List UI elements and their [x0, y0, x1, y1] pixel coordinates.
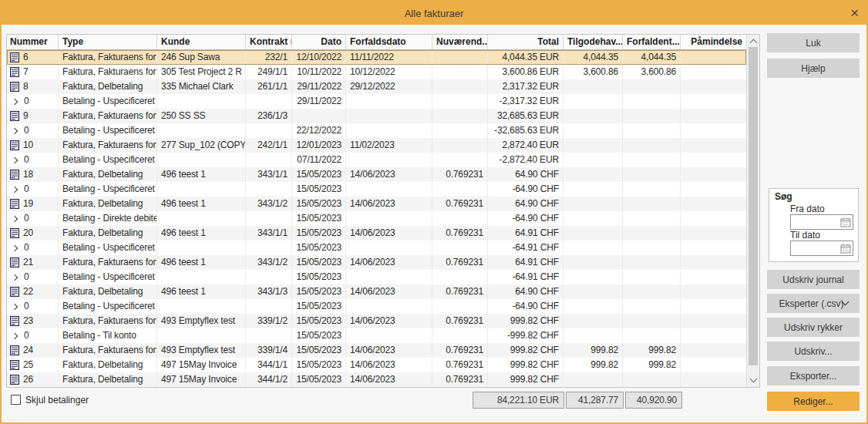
titlebar[interactable]: Alle fakturaer × [2, 2, 866, 25]
table-row[interactable]: 8Faktura, Delbetaling335 Michael Clark26… [7, 79, 746, 94]
close-button[interactable]: Luk [767, 33, 860, 52]
column-header[interactable]: Påmindelse [681, 35, 746, 49]
table-row[interactable]: 20Faktura, Delbetaling496 teest 1343/1/1… [7, 226, 746, 241]
table-row[interactable]: 0Betaling - Uspecificeret15/05/2023-64.9… [7, 241, 746, 255]
cell-tilgodehav [564, 255, 623, 270]
expand-payment-icon[interactable] [12, 303, 18, 309]
table-row[interactable]: 0Betaling - Til konto15/05/2023-999.82 C… [7, 328, 746, 343]
cell-kunde [157, 241, 246, 255]
column-header[interactable]: Forfaldsdato [346, 35, 432, 49]
search-panel: Søg Fra dato Til dato [769, 188, 859, 262]
column-header[interactable]: Type [59, 35, 157, 49]
table-row[interactable]: 9Faktura, Fakturaens forfald250 SS SS236… [7, 109, 746, 123]
cell-forfaldent: 3,600.86 [623, 65, 681, 79]
cell-forfaldent [623, 284, 681, 299]
cell-type: Betaling - Uspecificeret [59, 123, 157, 138]
cell-nummer: 22 [7, 284, 59, 299]
table-row[interactable]: 10Faktura, Fakturaens forfald277 Sup_102… [7, 138, 746, 153]
scrollbar-thumb[interactable] [749, 47, 758, 365]
cell-forfaldent [623, 182, 681, 197]
calendar-icon[interactable] [840, 244, 851, 254]
column-header[interactable]: Nuværend... [432, 35, 488, 49]
export-button[interactable]: Eksporter... [767, 366, 860, 385]
expand-payment-icon[interactable] [12, 98, 18, 104]
table-row[interactable]: 0Betaling - Uspecificeret29/11/2022-2,31… [7, 94, 746, 109]
expand-payment-icon[interactable] [12, 244, 18, 251]
table-row[interactable]: 19Faktura, Delbetaling496 teest 1343/1/2… [7, 197, 746, 211]
cell-dato: 29/11/2022 [292, 94, 346, 109]
table-row[interactable]: 21Faktura, Fakturaens forfald496 teest 1… [7, 255, 746, 270]
cell-paamindelse [681, 65, 746, 79]
table-row[interactable]: 26Faktura, Delbetaling497 15May Invoice3… [7, 372, 746, 387]
cell-nuvaerende [432, 328, 488, 343]
table-row[interactable]: 25Faktura, Delbetaling497 15May Invoice3… [7, 358, 746, 372]
scroll-up-icon[interactable] [750, 39, 758, 47]
cell-kontrakt: 339/1/2 [246, 314, 292, 328]
calendar-icon[interactable] [840, 217, 851, 227]
scroll-down-icon[interactable] [750, 375, 758, 383]
cell-paamindelse [681, 270, 746, 284]
print-reminder-button[interactable]: Udskriv rykker [767, 318, 860, 337]
cell-tilgodehav [564, 138, 623, 153]
cell-dato: 15/05/2023 [292, 314, 346, 328]
table-row[interactable]: 0Betaling - Uspecificeret15/05/2023-64.9… [7, 270, 746, 284]
column-header[interactable]: Total [488, 35, 564, 49]
expand-payment-icon[interactable] [12, 186, 18, 192]
table-row[interactable]: 0Betaling - Uspecificeret15/05/2023-64.9… [7, 299, 746, 314]
table-row[interactable]: 0Betaling - Uspecificeret22/12/2022-32,6… [7, 123, 746, 138]
cell-forfaldsdato: 14/06/2023 [346, 314, 432, 328]
expand-payment-icon[interactable] [12, 215, 18, 221]
cell-kontrakt: 343/1/1 [246, 167, 292, 182]
table-row[interactable]: 23Faktura, Fakturaens forfald493 Emptyfl… [7, 314, 746, 328]
close-icon[interactable]: × [850, 5, 859, 20]
column-header[interactable]: Forfaldent... [623, 35, 681, 49]
column-header[interactable]: Dato [292, 35, 346, 49]
table-row[interactable]: 6Faktura, Fakturaens forfald246 Sup Sawa… [7, 50, 746, 65]
invoice-number: 10 [23, 138, 33, 153]
export-csv-button[interactable]: Eksperter (.csv) [767, 294, 860, 313]
cell-tilgodehav [564, 153, 623, 167]
cell-dato: 10/11/2022 [292, 65, 346, 79]
help-button-label: Hjælp [801, 63, 825, 74]
invoice-number: 21 [23, 255, 33, 270]
cell-nuvaerende [432, 270, 488, 284]
cell-forfaldsdato [346, 182, 432, 197]
print-reminder-label: Udskriv rykker [784, 322, 843, 333]
cell-kunde [157, 299, 246, 314]
cell-kunde [157, 123, 246, 138]
expand-payment-icon[interactable] [12, 274, 18, 280]
edit-button[interactable]: Rediger... [767, 392, 860, 411]
table-row[interactable]: 0Betaling - Direkte debitering15/05/2023… [7, 211, 746, 226]
table-row[interactable]: 18Faktura, Delbetaling496 teest 1343/1/1… [7, 167, 746, 182]
column-header[interactable]: Nummer [7, 35, 59, 49]
table-row[interactable]: 22Faktura, Delbetaling496 teest 1343/1/3… [7, 284, 746, 299]
hide-payments-checkbox[interactable] [11, 395, 21, 405]
from-date-input[interactable] [790, 214, 853, 230]
table-row[interactable]: 0Betaling - Uspecificeret07/11/2022-2,87… [7, 153, 746, 167]
cell-dato: 15/05/2023 [292, 328, 346, 343]
print-journal-button[interactable]: Udskriv journal [767, 270, 860, 289]
cell-kunde: 493 Emptyflex test [157, 343, 246, 358]
table-row[interactable]: 24Faktura, Fakturaens forfald493 Emptyfl… [7, 343, 746, 358]
cell-nummer: 19 [7, 197, 59, 211]
cell-tilgodehav [564, 328, 623, 343]
vertical-scrollbar[interactable] [746, 35, 759, 387]
table-row[interactable]: 7Faktura, Fakturaens forfald305 Test Pro… [7, 65, 746, 79]
expand-payment-icon[interactable] [12, 127, 18, 133]
to-date-input[interactable] [790, 241, 853, 256]
print-button[interactable]: Udskriv... [767, 342, 860, 361]
help-button[interactable]: Hjælp [767, 59, 860, 78]
cell-tilgodehav: 3,600.86 [564, 65, 623, 79]
invoice-icon [10, 287, 19, 297]
expand-payment-icon[interactable] [12, 332, 18, 338]
invoice-icon [10, 345, 19, 355]
column-header[interactable]: Tilgodehav... [564, 35, 623, 49]
column-header[interactable]: Kontrakt nr. [246, 35, 292, 49]
column-header[interactable]: Kunde [157, 35, 246, 49]
expand-payment-icon[interactable] [12, 156, 18, 163]
table-row[interactable]: 0Betaling - Uspecificeret15/05/2023-64.9… [7, 182, 746, 197]
print-journal-label: Udskriv journal [782, 274, 843, 285]
cell-forfaldsdato [346, 153, 432, 167]
cell-kunde: 496 teest 1 [157, 284, 246, 299]
export-csv-label: Eksperter (.csv) [779, 298, 843, 309]
